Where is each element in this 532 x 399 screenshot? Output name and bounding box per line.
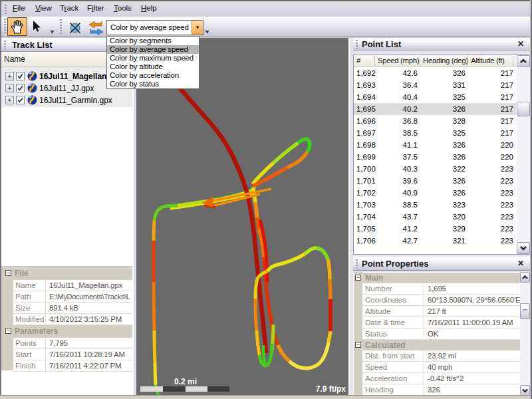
- svg-text:0.2 mi: 0.2 mi: [174, 377, 197, 386]
- svg-text:7.9 ft/px: 7.9 ft/px: [316, 384, 346, 394]
